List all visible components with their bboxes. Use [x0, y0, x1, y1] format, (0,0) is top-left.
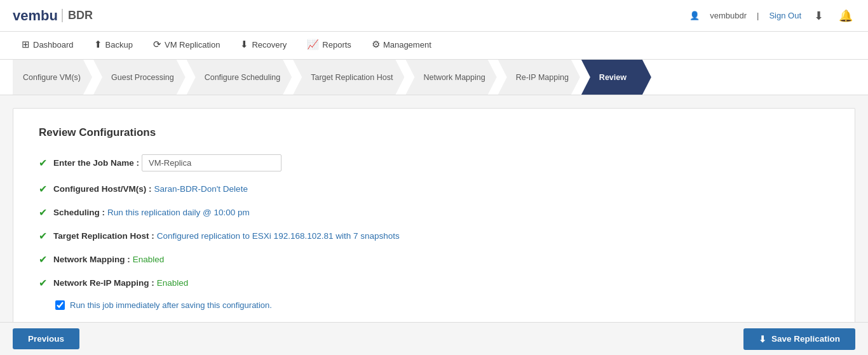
- scheduling-label: Scheduling :: [53, 208, 105, 217]
- main-content: Review Configurations ✔ Enter the Job Na…: [13, 108, 855, 328]
- step-guest-processing[interactable]: Guest Processing: [93, 60, 186, 95]
- nav-dashboard[interactable]: ⊞ Dashboard: [13, 32, 83, 60]
- top-bar: vembuBDR 👤 vembubdr | Sign Out ⬇ 🔔: [0, 0, 868, 32]
- job-name-row: ✔ Enter the Job Name :: [39, 154, 829, 171]
- scheduling-row: ✔ Scheduling : Run this replication dail…: [39, 206, 829, 218]
- nav-recovery-label: Recovery: [252, 40, 287, 50]
- reip-mapping-value: Enabled: [157, 278, 189, 288]
- reip-mapping-row: ✔ Network Re-IP Mapping : Enabled: [39, 277, 829, 289]
- top-right: 👤 vembubdr | Sign Out ⬇ 🔔: [689, 6, 855, 25]
- nav-dashboard-label: Dashboard: [33, 40, 74, 50]
- scheduling-value: Run this replication daily @ 10:00 pm: [107, 208, 250, 217]
- step-review-label: Review: [599, 73, 627, 82]
- save-icon: ⬇: [759, 334, 766, 342]
- network-mapping-row: ✔ Network Mapping : Enabled: [39, 253, 829, 265]
- job-name-input[interactable]: [142, 154, 281, 171]
- reip-mapping-label: Network Re-IP Mapping :: [53, 278, 154, 288]
- step-target-label: Target Replication Host: [311, 73, 393, 82]
- run-immediately-checkbox[interactable]: [55, 300, 65, 310]
- steps-container: Configure VM(s) Guest Processing Configu…: [0, 60, 868, 95]
- check-icon-target: ✔: [39, 230, 47, 242]
- management-icon: ⚙: [372, 39, 380, 50]
- run-immediately-label: Run this job immediately after saving th…: [70, 300, 272, 310]
- separator: |: [757, 11, 759, 20]
- step-network-mapping-label: Network Mapping: [423, 73, 485, 82]
- nav-management-label: Management: [383, 40, 431, 50]
- job-name-label: Enter the Job Name :: [53, 158, 139, 168]
- nav-backup-label: Backup: [105, 40, 133, 50]
- save-replication-button[interactable]: ⬇ Save Replication: [743, 328, 855, 342]
- step-review[interactable]: Review: [581, 60, 651, 95]
- previous-button[interactable]: Previous: [13, 328, 79, 341]
- step-network-mapping[interactable]: Network Mapping: [405, 60, 496, 95]
- nav-reports-label: Reports: [322, 40, 351, 50]
- step-re-ip-mapping[interactable]: Re-IP Mapping: [498, 60, 580, 95]
- step-configure-scheduling-label: Configure Scheduling: [205, 73, 281, 82]
- username: vembubdr: [710, 11, 747, 20]
- check-icon-reip: ✔: [39, 277, 47, 289]
- notification-icon[interactable]: 🔔: [836, 6, 855, 25]
- nav-management[interactable]: ⚙ Management: [363, 32, 440, 60]
- configured-host-value: Saran-BDR-Don't Delete: [154, 184, 248, 194]
- logo-vembu: vembu: [13, 8, 58, 24]
- step-guest-processing-label: Guest Processing: [111, 73, 174, 82]
- network-mapping-label: Network Mapping :: [53, 255, 130, 264]
- nav-reports[interactable]: 📈 Reports: [298, 32, 360, 60]
- step-configure-vms-label: Configure VM(s): [23, 73, 81, 82]
- backup-icon: ⬆: [94, 39, 102, 50]
- save-label: Save Replication: [771, 334, 840, 341]
- nav-vm-replication[interactable]: ⟳ VM Replication: [144, 32, 229, 60]
- step-configure-vms[interactable]: Configure VM(s): [13, 60, 92, 95]
- nav-vm-replication-label: VM Replication: [165, 40, 220, 50]
- target-row: ✔ Target Replication Host : Configured r…: [39, 230, 829, 242]
- page-title: Review Configurations: [39, 126, 829, 139]
- step-configure-scheduling[interactable]: Configure Scheduling: [187, 60, 292, 95]
- reports-icon: 📈: [307, 39, 319, 50]
- logo: vembuBDR: [13, 8, 93, 24]
- vm-replication-icon: ⟳: [153, 39, 161, 50]
- logo-bdr: BDR: [62, 9, 93, 22]
- nav-recovery[interactable]: ⬇ Recovery: [231, 32, 295, 60]
- signout-link[interactable]: Sign Out: [769, 11, 801, 20]
- nav-backup[interactable]: ⬆ Backup: [85, 32, 142, 60]
- dashboard-icon: ⊞: [22, 39, 30, 50]
- footer-bar: Previous ⬇ Save Replication: [0, 322, 868, 341]
- recovery-icon: ⬇: [240, 39, 248, 50]
- configured-host-row: ✔ Configured Host/VM(s) : Saran-BDR-Don'…: [39, 183, 829, 195]
- check-icon-job: ✔: [39, 157, 47, 169]
- target-label: Target Replication Host :: [53, 231, 154, 241]
- step-target-replication-host[interactable]: Target Replication Host: [293, 60, 404, 95]
- network-mapping-value: Enabled: [133, 255, 165, 264]
- check-icon-host: ✔: [39, 183, 47, 195]
- nav-bar: ⊞ Dashboard ⬆ Backup ⟳ VM Replication ⬇ …: [0, 32, 868, 60]
- step-re-ip-label: Re-IP Mapping: [516, 73, 569, 82]
- run-immediately-row: Run this job immediately after saving th…: [55, 300, 829, 310]
- target-value: Configured replication to ESXi 192.168.1…: [157, 231, 400, 241]
- download-icon[interactable]: ⬇: [811, 6, 826, 25]
- user-icon: 👤: [689, 11, 700, 20]
- configured-host-label: Configured Host/VM(s) :: [53, 184, 152, 194]
- check-icon-scheduling: ✔: [39, 206, 47, 218]
- check-icon-network: ✔: [39, 253, 47, 265]
